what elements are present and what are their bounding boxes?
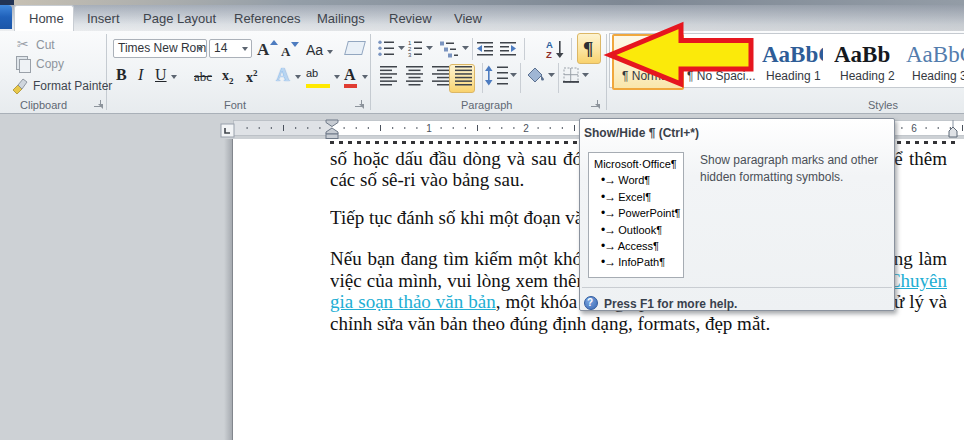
svg-text:3: 3 (408, 52, 412, 58)
svg-text:2: 2 (523, 123, 529, 134)
svg-text:Z: Z (546, 49, 552, 60)
svg-text:1: 1 (426, 123, 432, 134)
svg-text:6: 6 (911, 123, 917, 134)
